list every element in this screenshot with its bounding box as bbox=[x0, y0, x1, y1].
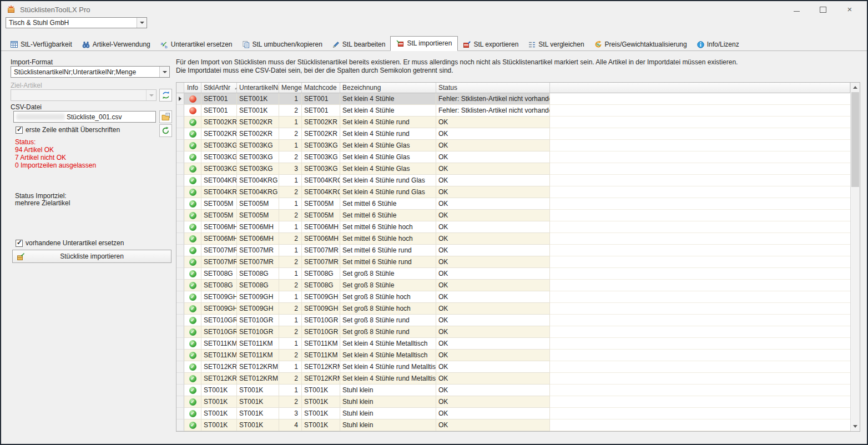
column-header-stklartnr[interactable]: StklArtNr bbox=[201, 83, 237, 93]
table-row[interactable]: SET004KRGSET004KRG2SET004KRGSet klein 4 … bbox=[176, 186, 850, 198]
table-row[interactable]: SET006MHSET006MH1SET006MHSet mittel 6 St… bbox=[176, 221, 850, 233]
scroll-down-button[interactable] bbox=[851, 422, 860, 431]
chevron-down-icon[interactable] bbox=[159, 67, 169, 77]
column-header-menge[interactable]: Menge bbox=[279, 83, 302, 93]
table-row[interactable]: ST001KST001K2ST001KStuhl kleinOK bbox=[176, 396, 850, 408]
status-icon-cell bbox=[184, 315, 201, 326]
column-header-unterartikelnr[interactable]: UnterartikelNr bbox=[237, 83, 279, 93]
tab-stl-umbuchen-kopieren[interactable]: StL umbuchen/kopieren bbox=[238, 38, 327, 51]
csv-file-input[interactable]: Stückliste_001.csv bbox=[13, 111, 156, 123]
row-indicator-cell bbox=[176, 233, 184, 245]
status-icon-cell bbox=[184, 361, 201, 373]
tab-unterartikel-ersetzen[interactable]: ab Unterartikel ersetzen bbox=[155, 38, 238, 51]
maximize-button[interactable] bbox=[819, 6, 827, 13]
cell-status: Fehler: Stklisten-Artikel nicht vorhande… bbox=[436, 93, 550, 105]
browse-file-button[interactable] bbox=[159, 110, 172, 123]
table-row[interactable]: SET001SET001K1SET001Set klein 4 StühleFe… bbox=[176, 93, 850, 105]
cell-filler bbox=[550, 105, 850, 117]
replace-subitems-checkbox[interactable]: vorhandene Unterartikel ersetzen bbox=[16, 239, 124, 247]
tab-preis-gewichtaktualisierung[interactable]: % Preis/Gewichtaktualisierung bbox=[589, 38, 692, 51]
table-row[interactable]: SET011KMSET011KM1SET011KMSet klein 4 Stü… bbox=[176, 338, 850, 350]
status-importziel-label: Status Importziel: bbox=[15, 192, 67, 200]
error-status-icon bbox=[189, 107, 196, 114]
cell-status: OK bbox=[436, 163, 550, 175]
table-row[interactable]: SET005MSET005M2SET005MSet mittel 6 Stühl… bbox=[176, 210, 850, 221]
table-row[interactable]: SET003KGSET003KG1SET003KGSet klein 4 Stü… bbox=[176, 140, 850, 151]
table-row[interactable]: SET002KRSET002KR1SET002KRSet klein 4 Stü… bbox=[176, 117, 850, 128]
cell-bezeichnung: Set mittel 6 Stühle rund bbox=[340, 245, 436, 256]
table-row[interactable]: SET007MRSET007MR2SET007MRSet mittel 6 St… bbox=[176, 256, 850, 268]
ok-status-icon bbox=[189, 259, 196, 266]
tab-stl-vergleichen[interactable]: StL vergleichen bbox=[523, 38, 589, 51]
table-row[interactable]: SET012KRMSET012KRM2SET012KRMSet klein 4 … bbox=[176, 373, 850, 385]
copy-icon bbox=[243, 41, 250, 48]
table-row[interactable]: SET002KRSET002KR2SET002KRSet klein 4 Stü… bbox=[176, 128, 850, 140]
tab-artikel-verwendung[interactable]: Artikel-Verwendung bbox=[77, 38, 155, 51]
table-row[interactable]: SET012KRMSET012KRM1SET012KRMSet klein 4 … bbox=[176, 361, 850, 373]
table-row[interactable]: SET010GRSET010GR2SET010GRSet groß 8 Stüh… bbox=[176, 326, 850, 338]
table-row[interactable]: ST001KST001K3ST001KStuhl kleinOK bbox=[176, 408, 850, 419]
checkbox-checked-icon[interactable] bbox=[16, 240, 23, 247]
cell-filler bbox=[550, 419, 850, 431]
import-stueckliste-button[interactable]: Stückliste importieren bbox=[12, 250, 171, 263]
tab-info-lizenz[interactable]: Info/Lizenz bbox=[692, 38, 744, 51]
cell-unterartikelnr: SET011KM bbox=[237, 350, 279, 361]
column-header-bezeichnung[interactable]: Bezeichnung bbox=[340, 83, 436, 93]
cell-matchcode: ST001K bbox=[302, 396, 340, 408]
company-selector[interactable]: Tisch & Stuhl GmbH bbox=[6, 17, 147, 28]
table-row[interactable]: SET011KMSET011KM2SET011KMSet klein 4 Stü… bbox=[176, 350, 850, 361]
cell-filler bbox=[550, 128, 850, 140]
row-indicator-cell bbox=[176, 315, 184, 326]
import-format-select[interactable]: StücklistenartikelNr;UnterartikelNr;Meng… bbox=[11, 66, 170, 78]
cell-filler bbox=[550, 245, 850, 256]
cell-unterartikelnr: SET001K bbox=[237, 93, 279, 105]
row-indicator-cell bbox=[176, 303, 184, 315]
row-indicator-cell bbox=[176, 175, 184, 186]
status-icon-cell bbox=[184, 93, 201, 105]
scroll-up-button[interactable] bbox=[851, 83, 860, 92]
checkbox-checked-icon[interactable] bbox=[16, 127, 23, 134]
first-row-header-checkbox[interactable]: erste Zeile enthält Überschriften bbox=[16, 126, 120, 134]
ok-status-icon bbox=[189, 398, 196, 406]
ok-status-icon bbox=[189, 270, 196, 277]
column-header-info[interactable]: Info bbox=[184, 83, 201, 93]
import-preview-grid: Info StklArtNr UnterartikelNr Menge Matc… bbox=[176, 82, 860, 432]
table-row[interactable]: ST001KST001K4ST001KStuhl kleinOK bbox=[176, 419, 850, 431]
table-row[interactable]: SET009GHSET009GH1SET009GHSet groß 8 Stüh… bbox=[176, 291, 850, 303]
cell-matchcode: SET011KM bbox=[302, 350, 340, 361]
table-row[interactable]: SET008GSET008G1SET008GSet groß 8 StühleO… bbox=[176, 268, 850, 280]
table-row[interactable]: SET003KGSET003KG3SET003KGSet klein 4 Stü… bbox=[176, 163, 850, 175]
cell-filler bbox=[550, 291, 850, 303]
table-row[interactable]: SET001SET001K2SET001Set klein 4 StühleFe… bbox=[176, 105, 850, 117]
column-header-matchcode[interactable]: Matchcode bbox=[302, 83, 340, 93]
table-row[interactable]: SET010GRSET010GR1SET010GRSet groß 8 Stüh… bbox=[176, 315, 850, 326]
refresh-target-button[interactable] bbox=[159, 89, 172, 102]
table-row[interactable]: SET009GHSET009GH2SET009GHSet groß 8 Stüh… bbox=[176, 303, 850, 315]
table-row[interactable]: ST001KST001K1ST001KStuhl kleinOK bbox=[176, 385, 850, 396]
app-icon bbox=[7, 5, 16, 14]
table-row[interactable]: SET005MSET005M1SET005MSet mittel 6 Stühl… bbox=[176, 198, 850, 210]
reload-csv-button[interactable] bbox=[159, 124, 172, 137]
table-row[interactable]: SET004KRGSET004KRG1SET004KRGSet klein 4 … bbox=[176, 175, 850, 186]
tab-stl-verfuegbarkeit[interactable]: StL-Verfügbarkeit bbox=[6, 38, 77, 51]
table-row[interactable]: SET006MHSET006MH2SET006MHSet mittel 6 St… bbox=[176, 233, 850, 245]
table-row[interactable]: SET003KGSET003KG2SET003KGSet klein 4 Stü… bbox=[176, 151, 850, 163]
cell-stklartnr: ST001K bbox=[201, 396, 237, 408]
scrollbar-thumb[interactable] bbox=[851, 92, 859, 187]
status-not-ok-count: 7 Artikel nicht OK bbox=[15, 154, 66, 161]
minimize-button[interactable] bbox=[793, 6, 800, 13]
table-row[interactable]: SET007MRSET007MR1SET007MRSet mittel 6 St… bbox=[176, 245, 850, 256]
tab-stl-importieren[interactable]: StL importieren bbox=[390, 36, 458, 51]
vertical-scrollbar[interactable] bbox=[850, 83, 860, 431]
chevron-down-icon[interactable] bbox=[137, 18, 147, 28]
cell-matchcode: SET011KM bbox=[302, 338, 340, 350]
row-indicator-cell bbox=[176, 151, 184, 163]
tab-stl-bearbeiten[interactable]: StL bearbeiten bbox=[327, 38, 391, 51]
column-header-label: StklArtNr bbox=[204, 83, 230, 93]
cell-bezeichnung: Set klein 4 Stühle Glas bbox=[340, 151, 436, 163]
cell-matchcode: SET004KRG bbox=[302, 186, 340, 198]
table-row[interactable]: SET008GSET008G2SET008GSet groß 8 StühleO… bbox=[176, 280, 850, 291]
tab-stl-exportieren[interactable]: StL exportieren bbox=[458, 38, 523, 51]
close-button[interactable]: × bbox=[846, 6, 854, 13]
column-header-status[interactable]: Status bbox=[436, 83, 550, 93]
